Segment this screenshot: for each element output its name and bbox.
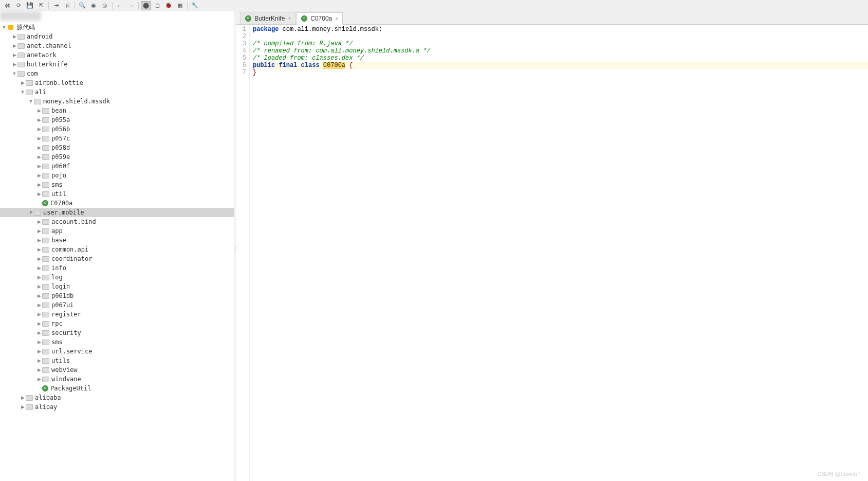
tree-arrow[interactable]: ▶	[36, 340, 42, 345]
tree-arrow[interactable]: ▶	[11, 43, 17, 48]
tree-item-security[interactable]: ▶security	[0, 328, 234, 337]
code-line[interactable]: /* loaded from: classes.dex */	[253, 55, 868, 62]
close-icon[interactable]: ×	[288, 15, 291, 21]
back-button[interactable]: ←	[115, 1, 125, 10]
tree-item-webview[interactable]: ▶webview	[0, 365, 234, 375]
tree-item-p055a[interactable]: ▶p055a	[0, 115, 234, 124]
tree-arrow[interactable]: ▶	[36, 349, 42, 354]
tree-arrow[interactable]: ▶	[36, 284, 42, 289]
tree-item-sms[interactable]: ▶sms	[0, 337, 234, 347]
forward-button[interactable]: →	[126, 1, 136, 10]
tree-arrow[interactable]: ▶	[36, 117, 42, 122]
tree-item-ali[interactable]: ▼ali	[0, 87, 234, 97]
tree-arrow[interactable]: ▶	[36, 191, 42, 197]
tree-item-android[interactable]: ▶android	[0, 32, 234, 41]
tree-item-url-service[interactable]: ▶url.service	[0, 347, 234, 356]
code-line[interactable]: package com.ali.money.shield.mssdk;	[253, 26, 868, 33]
tree-arrow[interactable]: ▶	[36, 164, 42, 169]
tree-item-p057c[interactable]: ▶p057c	[0, 134, 234, 143]
go-green-button[interactable]: ◎	[100, 1, 110, 10]
tree-root[interactable]: ▼ 源代码	[0, 23, 234, 32]
tree-item-p061db[interactable]: ▶p061db	[0, 291, 234, 300]
tree-item-money-shield-mssdk[interactable]: ▼money.shield.mssdk	[0, 97, 234, 106]
search-button[interactable]: 🔍	[77, 1, 87, 10]
tree-arrow[interactable]: ▶	[36, 145, 42, 150]
tree-arrow[interactable]: ▶	[36, 173, 42, 178]
tree-item-log[interactable]: ▶log	[0, 273, 234, 282]
tree-arrow[interactable]: ▶	[36, 321, 42, 326]
tree-arrow[interactable]: ▶	[36, 312, 42, 317]
tree-item-base[interactable]: ▶base	[0, 236, 234, 245]
tree-item-PackageUtil[interactable]: PackageUtil	[0, 384, 234, 393]
table-button[interactable]: ▦	[175, 1, 185, 10]
tree-arrow[interactable]: ▼	[28, 99, 34, 104]
tree-item-alipay[interactable]: ▶alipay	[0, 402, 234, 412]
tree-item-login[interactable]: ▶login	[0, 282, 234, 291]
bug-button[interactable]: 🐞	[163, 1, 174, 10]
tree-arrow[interactable]: ▶	[36, 377, 42, 382]
tree-arrow[interactable]: ▶	[36, 182, 42, 187]
export-button[interactable]: ⇱	[36, 1, 46, 10]
copy-button[interactable]: ⎘	[62, 1, 72, 10]
tree-arrow[interactable]: ▶	[36, 256, 42, 261]
code-area[interactable]: 1234567 package com.ali.money.shield.mss…	[236, 25, 868, 481]
tree-arrow[interactable]: ▶	[36, 367, 42, 372]
code-line[interactable]: }	[253, 69, 868, 76]
tree-item-user-mobile[interactable]: ▼user.mobile	[0, 208, 234, 217]
bp-off-button[interactable]: ◻	[152, 1, 162, 10]
tree-item-butterknife[interactable]: ▶butterknife	[0, 60, 234, 69]
tree-item-airbnb-lottie[interactable]: ▶airbnb.lottie	[0, 78, 234, 87]
tree-item-utils[interactable]: ▶utils	[0, 356, 234, 365]
tree-item-sms[interactable]: ▶sms	[0, 180, 234, 189]
code-line[interactable]: /* renamed from: com.ali.money.shield.ms…	[253, 47, 868, 55]
stop-green-button[interactable]: ◉	[88, 1, 99, 10]
code-content[interactable]: package com.ali.money.shield.mssdk;/* co…	[250, 25, 868, 481]
tree-arrow[interactable]: ▶	[36, 238, 42, 243]
tree-item-p058d[interactable]: ▶p058d	[0, 143, 234, 152]
tree-arrow[interactable]: ▶	[20, 404, 26, 409]
tree-arrow[interactable]: ▶	[11, 34, 17, 39]
tree-arrow[interactable]: ▶	[36, 219, 42, 224]
tree-item-coordinator[interactable]: ▶coordinator	[0, 254, 234, 263]
code-line[interactable]	[253, 33, 868, 40]
tree-arrow[interactable]: ▶	[20, 395, 26, 400]
tree-item-account-bind[interactable]: ▶account.bind	[0, 217, 234, 226]
save-button[interactable]: 💾	[25, 1, 35, 10]
tree-arrow[interactable]: ▶	[36, 247, 42, 252]
tree-arrow[interactable]: ▶	[36, 330, 42, 335]
tree-arrow[interactable]: ▶	[36, 265, 42, 271]
tree-item-anetwork[interactable]: ▶anetwork	[0, 50, 234, 60]
tree-item-info[interactable]: ▶info	[0, 263, 234, 273]
tree-arrow[interactable]: ▶	[11, 62, 17, 67]
tree-arrow[interactable]: ▼	[11, 71, 17, 76]
tree-arrow[interactable]: ▶	[36, 154, 42, 159]
tree-arrow[interactable]: ▶	[36, 136, 42, 141]
tree-arrow[interactable]: ▶	[36, 302, 42, 308]
tree-arrow[interactable]: ▶	[20, 80, 26, 85]
bp-on-button[interactable]: ⬤	[141, 1, 151, 10]
close-icon[interactable]: ×	[335, 16, 338, 22]
code-line[interactable]: /* compiled from: R.java */	[253, 40, 868, 47]
tree-item-p060f[interactable]: ▶p060f	[0, 162, 234, 171]
tree-item-p067ui[interactable]: ▶p067ui	[0, 300, 234, 310]
tree-arrow[interactable]: ▼	[1, 25, 7, 30]
tree-item-com[interactable]: ▼com	[0, 69, 234, 78]
tree-arrow[interactable]: ▶	[36, 127, 42, 132]
tree-item-windvane[interactable]: ▶windvane	[0, 375, 234, 384]
tree-item-bean[interactable]: ▶bean	[0, 106, 234, 115]
tree-arrow[interactable]: ▶	[36, 275, 42, 280]
splitter[interactable]	[234, 11, 236, 481]
project-tree[interactable]: ▼ 源代码 ▶android▶anet.channel▶anetwork▶but…	[0, 11, 234, 481]
tree-item-util[interactable]: ▶util	[0, 189, 234, 199]
tree-arrow[interactable]: ▼	[28, 210, 34, 215]
tree-arrow[interactable]: ▶	[36, 108, 42, 113]
tab-C0700a[interactable]: C0700a×	[297, 12, 343, 25]
tree-item-C0700a[interactable]: C0700a	[0, 199, 234, 208]
tab-ButterKnife[interactable]: ButterKnife×	[241, 12, 296, 24]
hammer-button[interactable]: 🛠	[2, 1, 12, 10]
tree-item-p056b[interactable]: ▶p056b	[0, 124, 234, 134]
code-line[interactable]: public final class C0700a {	[253, 62, 868, 69]
tree-arrow[interactable]: ▶	[11, 52, 17, 58]
tree-arrow[interactable]: ▼	[20, 90, 26, 95]
tree-arrow[interactable]: ▶	[36, 228, 42, 234]
